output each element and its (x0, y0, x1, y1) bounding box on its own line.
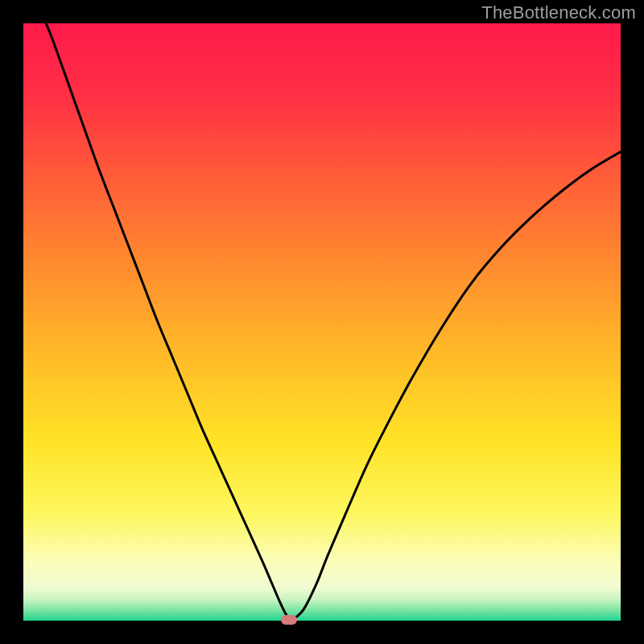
chart-frame: TheBottleneck.com (0, 0, 644, 644)
bottleneck-chart (23, 23, 621, 621)
chart-background (23, 23, 621, 621)
watermark-text: TheBottleneck.com (481, 2, 636, 23)
optimal-point-marker (281, 615, 297, 625)
